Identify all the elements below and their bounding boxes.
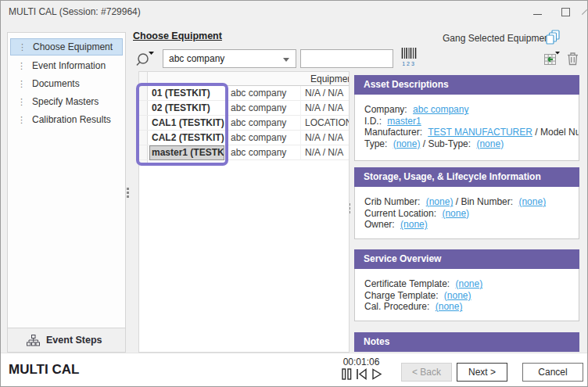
drag-dots-icon: ⋮ bbox=[17, 80, 26, 88]
title-bar: MULTI CAL (Session: #729964) bbox=[1, 1, 588, 23]
manufacturer-link[interactable]: TEST MANUFACTURER bbox=[428, 127, 532, 138]
event-steps-label: Event Steps bbox=[46, 335, 102, 346]
id-link[interactable]: master1 bbox=[387, 116, 421, 127]
location-cell[interactable]: N/A / N/A bbox=[300, 131, 349, 145]
company-cell[interactable]: abc company bbox=[226, 116, 299, 131]
table-row[interactable]: CAL2 (TESTKIT) abc company N/A / N/A bbox=[139, 131, 349, 145]
cal-procedure-label: Cal. Procedure: bbox=[364, 301, 429, 312]
window-title: MULTI CAL (Session: #729964) bbox=[9, 6, 141, 17]
subtype-link[interactable]: (none) bbox=[476, 138, 504, 149]
company-link[interactable]: abc company bbox=[413, 104, 468, 115]
type-link[interactable]: (none) bbox=[393, 138, 421, 149]
column-chooser-icon[interactable] bbox=[542, 51, 561, 70]
back-button[interactable]: < Back bbox=[401, 363, 452, 382]
table-row[interactable]: CAL1 (TESTKIT) abc company LOCATION bbox=[139, 116, 349, 131]
close-icon bbox=[581, 9, 586, 14]
company-cell[interactable]: abc company bbox=[226, 101, 299, 116]
chevron-down-icon bbox=[283, 58, 289, 62]
current-location-link[interactable]: (none) bbox=[442, 208, 469, 219]
sidebar-item-label: Calibration Results bbox=[32, 114, 111, 125]
sidebar-splitter-handle[interactable] bbox=[127, 188, 129, 198]
drag-dots-icon: ⋮ bbox=[17, 62, 26, 70]
section-title: Asset Descriptions bbox=[364, 79, 449, 90]
current-location-label: Current Location: bbox=[364, 208, 436, 219]
charge-template-label: Charge Template: bbox=[364, 290, 439, 301]
barcode-digits: 123 bbox=[401, 62, 417, 66]
bin-number-link[interactable]: (none) bbox=[518, 196, 546, 207]
app-brand: MULTI CAL bbox=[9, 362, 79, 378]
company-label: Company: bbox=[364, 104, 407, 115]
delete-icon[interactable] bbox=[566, 52, 579, 69]
column-header-equipment: Equipment bbox=[310, 73, 349, 84]
bin-number-label: / Bin Number: bbox=[456, 196, 513, 207]
gang-selected-equipment-label: Gang Selected Equipment bbox=[443, 33, 552, 44]
table-row[interactable]: 01 (TESTKIT) abc company N/A / N/A bbox=[139, 86, 349, 101]
company-filter-value: abc company bbox=[169, 53, 224, 64]
org-chart-icon bbox=[27, 335, 40, 346]
sidebar-item-event-information[interactable]: ⋮ Event Information bbox=[10, 57, 123, 74]
certificate-template-label: Certificate Template: bbox=[364, 278, 450, 289]
service-overview-body: Certificate Template: (none) Charge Temp… bbox=[354, 269, 579, 321]
timer-controls bbox=[342, 368, 382, 380]
manufacturer-label: Manufacturer: bbox=[364, 127, 422, 138]
cal-procedure-link[interactable]: (none) bbox=[436, 301, 463, 312]
table-row[interactable]: master1 (TESTKIT) abc company N/A / N/A bbox=[139, 145, 349, 160]
sidebar-item-specify-masters[interactable]: ⋮ Specify Masters bbox=[10, 93, 123, 110]
equipment-id-cell-selected[interactable]: master1 (TESTKIT) bbox=[149, 145, 224, 160]
owner-label: Owner: bbox=[364, 219, 395, 230]
section-title: Service Overview bbox=[364, 253, 441, 264]
id-label: I.D.: bbox=[364, 116, 382, 127]
model-number-label: / Model Numb bbox=[535, 127, 579, 138]
owner-link[interactable]: (none) bbox=[400, 219, 428, 230]
subtype-label: / Sub-Type: bbox=[423, 138, 471, 149]
event-steps-button[interactable]: Event Steps bbox=[8, 328, 125, 352]
session-timer: 00:01:06 bbox=[338, 357, 385, 367]
sidebar-item-label: Specify Masters bbox=[32, 96, 99, 107]
section-title: Notes bbox=[364, 336, 389, 347]
play-icon[interactable] bbox=[371, 368, 382, 380]
table-row[interactable]: 02 (TESTKIT) abc company N/A / N/A bbox=[139, 101, 349, 116]
type-label: Type: bbox=[364, 138, 387, 149]
company-cell[interactable]: abc company bbox=[226, 131, 299, 145]
section-title: Storage, Usage, & Lifecycle Information bbox=[364, 171, 541, 182]
sidebar-item-documents[interactable]: ⋮ Documents bbox=[10, 75, 123, 92]
pause-icon[interactable] bbox=[342, 368, 352, 380]
location-cell[interactable]: N/A / N/A bbox=[300, 86, 349, 101]
company-filter-dropdown[interactable]: abc company bbox=[163, 49, 296, 68]
service-overview-header: Service Overview bbox=[354, 249, 579, 269]
skip-to-start-icon[interactable] bbox=[356, 368, 368, 380]
minimize-icon bbox=[533, 14, 542, 15]
sidebar-item-label: Documents bbox=[32, 78, 80, 89]
page-title: Choose Equipment bbox=[133, 30, 222, 41]
cancel-button[interactable]: Cancel bbox=[522, 363, 583, 382]
equipment-id-cell[interactable]: CAL1 (TESTKIT) bbox=[149, 116, 224, 131]
storage-section-body: Crib Number: (none) / Bin Number: (none)… bbox=[354, 187, 579, 239]
location-cell[interactable]: LOCATION bbox=[300, 116, 349, 131]
maximize-button[interactable] bbox=[553, 1, 578, 23]
company-cell[interactable]: abc company bbox=[226, 86, 299, 101]
grid-header-row[interactable]: Equipment bbox=[139, 72, 349, 86]
equipment-id-cell[interactable]: 02 (TESTKIT) bbox=[149, 101, 224, 116]
barcode-icon[interactable]: 123 bbox=[401, 48, 417, 66]
search-icon[interactable] bbox=[135, 48, 156, 71]
equipment-id-cell[interactable]: 01 (TESTKIT) bbox=[149, 86, 224, 101]
company-cell[interactable]: abc company bbox=[226, 145, 299, 160]
certificate-template-link[interactable]: (none) bbox=[456, 278, 483, 289]
app-window: MULTI CAL (Session: #729964) ⋮ Choose Eq… bbox=[0, 0, 588, 387]
close-button[interactable] bbox=[579, 1, 588, 23]
steps-sidebar: ⋮ Choose Equipment ⋮ Event Information ⋮… bbox=[7, 32, 126, 353]
next-button[interactable]: Next > bbox=[457, 363, 507, 382]
asset-descriptions-body: Company: abc company I.D.: master1 Manuf… bbox=[354, 95, 579, 161]
equipment-id-cell[interactable]: CAL2 (TESTKIT) bbox=[149, 131, 224, 145]
storage-section-header: Storage, Usage, & Lifecycle Information bbox=[354, 167, 579, 187]
charge-template-link[interactable]: (none) bbox=[444, 290, 471, 301]
drag-dots-icon: ⋮ bbox=[18, 43, 27, 51]
location-cell[interactable]: N/A / N/A bbox=[300, 101, 349, 116]
location-cell[interactable]: N/A / N/A bbox=[300, 145, 349, 160]
equipment-search-input[interactable] bbox=[300, 49, 393, 68]
gang-copy-icon[interactable] bbox=[546, 30, 561, 48]
sidebar-item-calibration-results[interactable]: ⋮ Calibration Results bbox=[10, 111, 123, 128]
crib-number-link[interactable]: (none) bbox=[426, 196, 454, 207]
sidebar-item-choose-equipment[interactable]: ⋮ Choose Equipment bbox=[10, 38, 123, 56]
minimize-button[interactable] bbox=[525, 1, 550, 23]
